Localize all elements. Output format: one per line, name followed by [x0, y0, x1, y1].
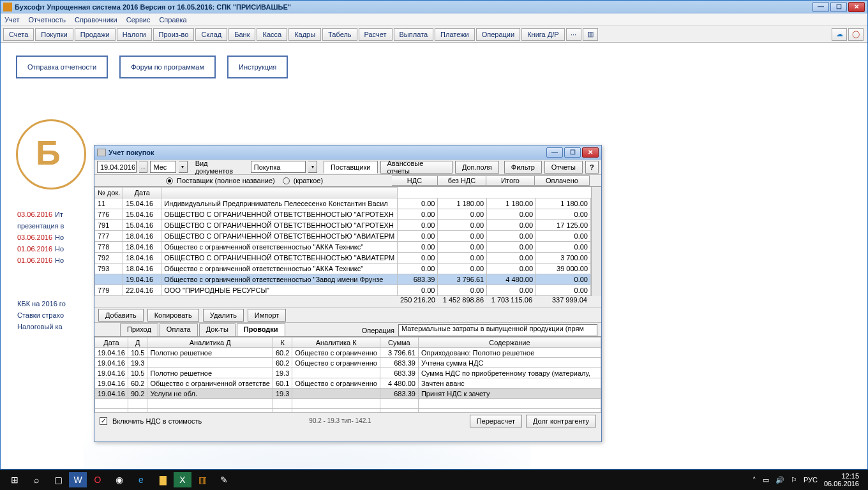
taskview-icon[interactable]: ▢ — [47, 471, 69, 489]
volume-icon[interactable]: 🔊 — [775, 476, 784, 484]
import-button[interactable]: Импорт — [248, 309, 286, 322]
toolbar-button[interactable]: Табель — [322, 28, 357, 41]
network-icon[interactable]: ▭ — [763, 476, 769, 484]
scrollbar[interactable] — [591, 187, 601, 296]
toolbar-button[interactable]: Склад — [195, 28, 227, 41]
filter-button[interactable]: Фильтр — [504, 161, 542, 174]
big-button-instruction[interactable]: Инструкция — [227, 56, 288, 78]
reports-button[interactable]: Отчеты — [544, 161, 583, 174]
table-row[interactable]: 19.04.1690.2Услуги не обл.19.3683.39Прин… — [95, 389, 601, 399]
tab-receipt[interactable]: Приход — [120, 323, 158, 336]
date-field[interactable]: 19.04.2016 — [97, 161, 137, 173]
table-row[interactable]: 19.04.16Общество с ограниченной ответств… — [95, 274, 591, 285]
table-row[interactable]: 19.04.1610.5Полотно решетное60.2Общество… — [95, 348, 601, 358]
table-row[interactable]: 19.04.1610.5Полотно решетное19.3683.39Су… — [95, 368, 601, 378]
tab-advance[interactable]: Авансовые отчеты — [380, 161, 453, 174]
lang-indicator[interactable]: РУС — [804, 476, 818, 484]
toolbar-button[interactable]: Счета — [3, 28, 34, 41]
table-row[interactable]: 77818.04.16Общество с ограниченной ответ… — [95, 242, 591, 253]
big-button-reporting[interactable]: Отправка отчетности — [16, 56, 108, 78]
table-row[interactable]: 79218.04.16ОБЩЕСТВО С ОГРАНИЧЕННОЙ ОТВЕТ… — [95, 253, 591, 264]
flag-icon[interactable]: ⚐ — [791, 476, 797, 484]
minimize-button[interactable]: — — [546, 147, 563, 158]
opera-icon[interactable]: O — [87, 471, 108, 489]
date-picker-icon[interactable]: … — [139, 161, 147, 173]
help-button[interactable]: ? — [585, 161, 599, 174]
start-button[interactable]: ⊞ — [4, 471, 26, 489]
tab-payment[interactable]: Оплата — [160, 323, 198, 336]
menu-item[interactable]: Сервис — [126, 16, 151, 24]
toolbar-button[interactable]: Книга Д/Р — [521, 28, 564, 41]
close-button[interactable]: ✕ — [848, 2, 865, 12]
toolbar-button[interactable]: Продажи — [75, 28, 116, 41]
lifebuoy-icon[interactable]: ◯ — [848, 28, 864, 41]
minimize-button[interactable]: — — [812, 2, 829, 12]
debt-button[interactable]: Долг контрагенту — [526, 415, 596, 427]
toolbar-button[interactable]: Операции — [476, 28, 520, 41]
purchases-window: Учет покупок — ☐ ✕ 19.04.2016 … Мес ▾ Ви… — [94, 145, 602, 442]
include-vat-checkbox[interactable]: ✓ — [100, 417, 107, 425]
search-icon[interactable]: ⌕ — [26, 471, 47, 489]
menu-item[interactable]: Справка — [159, 16, 186, 24]
table-row[interactable]: 79115.04.16ОБЩЕСТВО С ОГРАНИЧЕННОЙ ОТВЕТ… — [95, 220, 591, 231]
toolbar-button[interactable]: Кадры — [288, 28, 321, 41]
operation-field[interactable]: Материальные затраты в выпущенной продук… — [398, 324, 597, 336]
toolbar-button[interactable]: Расчет — [359, 28, 393, 41]
table-row[interactable]: 19.04.1619.360.2Общество с ограниченно68… — [95, 358, 601, 368]
close-button[interactable]: ✕ — [582, 147, 599, 158]
explorer-icon[interactable]: ▇ — [152, 471, 174, 489]
big-button-forum[interactable]: Форум по программам — [119, 56, 216, 78]
delete-button[interactable]: Удалить — [203, 309, 244, 322]
toolbar-button[interactable]: Касса — [257, 28, 287, 41]
app-task-icon[interactable]: ▥ — [191, 471, 213, 489]
chevron-down-icon[interactable]: ▾ — [308, 161, 317, 173]
tray: ˄ ▭ 🔊 ⚐ РУС 12:1506.06.2016 — [752, 472, 864, 487]
add-button[interactable]: Добавить — [98, 309, 144, 322]
table-row[interactable]: 77718.04.16ОБЩЕСТВО С ОГРАНИЧЕННОЙ ОТВЕТ… — [95, 231, 591, 242]
tab-extra[interactable]: Доп.поля — [455, 161, 499, 174]
radio-short[interactable] — [283, 177, 290, 184]
edge-icon[interactable]: e — [130, 471, 152, 489]
tab-docs[interactable]: Док-ты — [199, 323, 236, 336]
toolbar-button[interactable]: Платежи — [435, 28, 475, 41]
tray-chevron-icon[interactable]: ˄ — [752, 476, 756, 484]
book-icon[interactable]: ▥ — [583, 28, 598, 41]
copy-button[interactable]: Копировать — [147, 309, 199, 322]
excel-icon[interactable]: X — [174, 472, 191, 487]
table-row[interactable]: 79422.04.16ООО "ПРИРОДНЫЕ РЕСУРСЫ"0.000.… — [95, 296, 591, 297]
recalc-button[interactable]: Перерасчет — [470, 415, 522, 427]
chevron-down-icon[interactable]: ▾ — [179, 161, 187, 173]
maximize-button[interactable]: ☐ — [564, 147, 581, 158]
doc-type-select[interactable]: Покупка — [251, 161, 306, 173]
menu-item[interactable]: Справочники — [75, 16, 117, 24]
restore-button[interactable]: ☐ — [830, 2, 847, 12]
taskbar[interactable]: ⊞ ⌕ ▢ W O ◉ e ▇ X ▥ ✎ ˄ ▭ 🔊 ⚐ РУС 12:150… — [0, 470, 868, 490]
toolbar-button[interactable]: Налоги — [117, 28, 152, 41]
table-row[interactable]: 79318.04.16Общество с ограниченной ответ… — [95, 264, 591, 274]
tab-suppliers[interactable]: Поставщики — [324, 161, 378, 174]
table-row[interactable]: 77922.04.16ООО "ПРИРОДНЫЕ РЕСУРСЫ"0.000.… — [95, 285, 591, 296]
entries-grid[interactable]: Дата Д Аналитика Д К Аналитика К Сумма С… — [94, 337, 601, 412]
tab-entries[interactable]: Проводки — [237, 323, 285, 336]
suppliers-grid[interactable]: № док. Дата 1115.04.16Индивидуальный Пре… — [94, 186, 601, 296]
word-icon[interactable]: W — [69, 472, 87, 487]
table-row[interactable]: 19.04.1660.2Общество с ограниченной отве… — [95, 378, 601, 389]
table-row[interactable]: 77615.04.16ОБЩЕСТВО С ОГРАНИЧЕННОЙ ОТВЕТ… — [95, 209, 591, 220]
cloud-upload-icon[interactable]: ☁ — [832, 28, 847, 41]
overflow-button[interactable]: ··· — [566, 28, 581, 41]
table-row[interactable]: 1115.04.16Индивидуальный Предприниматель… — [95, 198, 591, 209]
toolbar-button[interactable]: Покупки — [35, 28, 73, 41]
radio-full[interactable] — [166, 177, 173, 184]
modal-titlebar[interactable]: Учет покупок — ☐ ✕ — [94, 145, 601, 160]
menu-item[interactable]: Отчетность — [29, 16, 66, 24]
toolbar-button[interactable]: Банк — [228, 28, 255, 41]
menu-item[interactable]: Учет — [4, 16, 20, 24]
app2-icon[interactable]: ✎ — [213, 471, 235, 489]
toolbar-button[interactable]: Выплата — [394, 28, 434, 41]
period-select[interactable]: Мес — [150, 161, 176, 173]
clock[interactable]: 12:1506.06.2016 — [824, 472, 859, 487]
app-titlebar[interactable]: Бухсофт Упрощенная система 2016 Версия о… — [1, 1, 867, 13]
toolbar: Счета Покупки Продажи Налоги Произ-во Ск… — [1, 26, 867, 43]
chrome-icon[interactable]: ◉ — [108, 471, 130, 489]
toolbar-button[interactable]: Произ-во — [153, 28, 195, 41]
